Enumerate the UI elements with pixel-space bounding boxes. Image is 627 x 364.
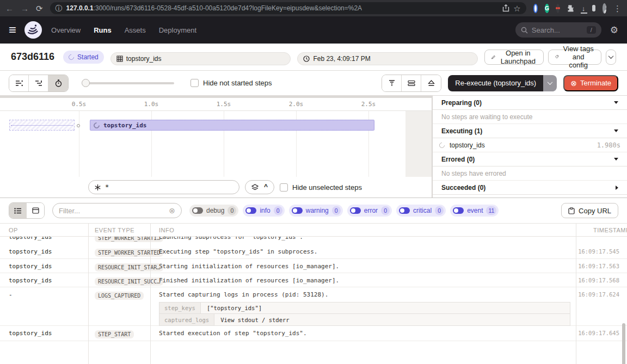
structured-log-view-button[interactable] <box>9 203 27 218</box>
table-row[interactable]: - LOGS_CAPTURED Started capturing logs i… <box>0 287 627 326</box>
extensions-puzzle-icon[interactable] <box>567 4 575 13</box>
executing-step-row[interactable]: topstory_ids 1.980s <box>433 138 627 152</box>
waterfall-view-button[interactable] <box>29 75 48 91</box>
hide-not-started-checkbox[interactable] <box>190 79 199 87</box>
preparing-section-header[interactable]: Preparing (0) <box>433 96 627 110</box>
gantt-toolbar: Hide not started steps Re-execute (topst… <box>0 71 627 96</box>
info-cell: Started capturing logs in process (pid: … <box>159 291 328 298</box>
level-toggle-error[interactable]: error0 <box>347 205 392 217</box>
step-selector-input[interactable] <box>88 180 239 194</box>
terminate-button[interactable]: ⊗ Terminate <box>563 75 618 91</box>
collapse-rows-button[interactable] <box>402 75 421 91</box>
job-grid-icon <box>116 55 123 62</box>
reexecute-button[interactable]: Re-execute (topstory_ids) <box>448 75 543 91</box>
axis-tick: 1.0s <box>144 101 159 108</box>
funnel-filter-button[interactable] <box>382 75 402 91</box>
eject-top-button[interactable] <box>421 75 441 91</box>
level-toggle-debug[interactable]: debug0 <box>189 205 238 217</box>
step-node-dot <box>77 124 80 127</box>
succeeded-section-header[interactable]: Succeeded (0) <box>433 181 627 195</box>
column-header-op: OP <box>0 224 88 233</box>
collapse-caret-icon <box>614 129 618 132</box>
side-panel-icon[interactable] <box>592 5 595 11</box>
browser-chrome: ← → ⟳ ⓘ 127.0.0.1:3000/runs/673d6116-052… <box>0 0 627 16</box>
hide-unselected-checkbox[interactable] <box>280 183 288 192</box>
level-count-badge: 0 <box>381 206 390 215</box>
log-level-filters: debug0 info0 warning0 error0 critical0 e… <box>189 205 499 217</box>
extension-icon-1[interactable] <box>533 4 538 13</box>
back-icon[interactable]: ← <box>5 4 14 13</box>
op-cell: topstory_ids <box>0 259 88 270</box>
dynamic-step-placeholder[interactable] <box>9 120 75 131</box>
job-name-tag[interactable]: topstory_ids <box>110 52 291 65</box>
dagster-logo[interactable] <box>24 21 42 39</box>
extension-icon-grammarly[interactable]: G <box>545 4 549 13</box>
level-count-badge: 0 <box>435 206 444 215</box>
level-count-badge: 0 <box>274 206 282 215</box>
reexecute-split-button: Re-execute (topstory_ids) <box>448 75 557 91</box>
step-query-field[interactable] <box>105 183 233 191</box>
column-header-info: INFO <box>150 224 576 233</box>
copy-url-button[interactable]: Copy URL <box>561 203 618 218</box>
share-icon[interactable] <box>502 4 509 12</box>
table-row[interactable]: topstory_ids STEP_START Started executio… <box>0 326 627 341</box>
op-selector-icon <box>94 184 101 191</box>
open-in-launchpad-button[interactable]: Open in Launchpad <box>484 50 544 65</box>
op-cell: topstory_ids <box>0 244 88 255</box>
bookmark-star-icon[interactable]: ☆ <box>513 4 520 13</box>
level-toggle-warning[interactable]: warning0 <box>289 205 343 217</box>
nav-item-runs[interactable]: Runs <box>94 26 112 34</box>
downloads-icon[interactable]: ↓ <box>582 4 586 13</box>
metadata-row: step_keys ["topstory_ids"] <box>159 303 570 314</box>
gear-icon[interactable]: ⚙ <box>610 24 618 36</box>
timed-view-button[interactable] <box>48 75 68 91</box>
table-row[interactable]: topstory_ids STEP_WORKER_STARTED Executi… <box>0 244 627 259</box>
search-placeholder: Search... <box>532 26 560 34</box>
more-actions-button[interactable] <box>606 50 616 65</box>
global-search-input[interactable]: Search... / <box>515 22 601 38</box>
nav-item-overview[interactable]: Overview <box>51 26 81 34</box>
log-table-scrollbar-thumb[interactable] <box>622 323 625 364</box>
view-tags-config-button[interactable]: View tags and config <box>548 50 601 65</box>
extension-icon-2[interactable] <box>556 4 560 13</box>
gantt-chart: 0.5s 1.0s 1.5s 2.0s 2.5s topstory_ids <box>0 96 432 198</box>
hamburger-menu-icon[interactable]: ≡ <box>9 23 16 36</box>
kebab-menu-icon[interactable]: ⋮ <box>613 4 622 13</box>
nav-item-deployment[interactable]: Deployment <box>159 26 196 34</box>
browser-profile-avatar[interactable] <box>603 3 606 14</box>
timestamp-cell: 16:09:17.563 <box>576 259 627 269</box>
graph-layers-button[interactable]: ^ <box>245 180 274 194</box>
errored-section-header[interactable]: Errored (0) <box>433 152 627 166</box>
address-bar[interactable]: ⓘ 127.0.0.1:3000/runs/673d6116-0528-45df… <box>50 2 526 14</box>
event-type-badge: STEP_START <box>95 330 134 338</box>
log-filter-input[interactable]: ⊗ <box>52 203 182 218</box>
flat-view-button[interactable] <box>9 75 29 91</box>
slider-thumb[interactable] <box>82 79 90 87</box>
metadata-key: captured_logs <box>159 314 214 325</box>
level-toggle-info[interactable]: info0 <box>243 205 284 217</box>
site-info-icon[interactable]: ⓘ <box>56 5 63 12</box>
reexecute-dropdown-button[interactable] <box>543 75 557 91</box>
log-filter-field[interactable] <box>59 207 165 215</box>
forward-icon[interactable]: → <box>21 4 29 13</box>
table-row[interactable]: topstory_ids RESOURCE_INIT_STAR… Startin… <box>0 259 627 273</box>
reload-icon[interactable]: ⟳ <box>36 4 43 13</box>
clear-filter-icon[interactable]: ⊗ <box>169 207 175 214</box>
view-stdout-stderr-link[interactable]: View stdout / stderr <box>214 314 295 325</box>
table-row[interactable]: topstory_ids RESOURCE_INIT_SUCC… Finishe… <box>0 273 627 287</box>
preparing-empty-message: No steps are waiting to execute <box>433 110 627 124</box>
run-timestamp-tag[interactable]: Feb 23, 4:09:17 PM <box>297 52 478 65</box>
executing-section-header[interactable]: Executing (1) <box>433 124 627 138</box>
nav-item-assets[interactable]: Assets <box>125 26 146 34</box>
app-nav: ≡ Overview Runs Assets Deployment Search… <box>0 16 627 44</box>
gantt-step-bar[interactable]: topstory_ids <box>90 120 374 131</box>
logs-toolbar: ⊗ debug0 info0 warning0 error0 critical0 <box>0 198 627 223</box>
raw-log-view-button[interactable] <box>27 203 44 218</box>
hide-not-started-label: Hide not started steps <box>203 79 272 87</box>
table-row[interactable]: topstory_ids STEP_WORKER_STARTI… Launchi… <box>0 237 627 242</box>
axis-tick: 0.5s <box>72 101 87 108</box>
level-toggle-event[interactable]: event11 <box>450 205 499 217</box>
level-toggle-critical[interactable]: critical0 <box>396 205 446 217</box>
toggle-switch-icon <box>192 207 203 214</box>
gantt-zoom-slider[interactable] <box>83 82 174 84</box>
